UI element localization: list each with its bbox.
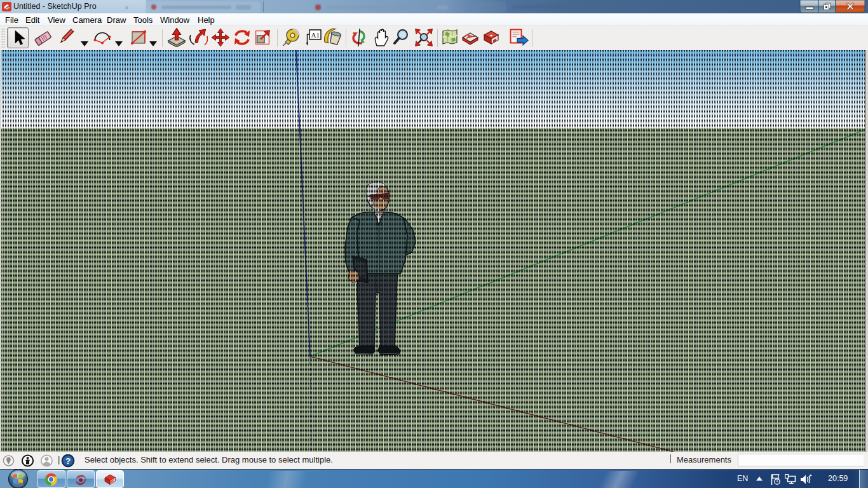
svg-text:A1: A1: [311, 31, 320, 39]
svg-text:?: ?: [65, 456, 71, 466]
